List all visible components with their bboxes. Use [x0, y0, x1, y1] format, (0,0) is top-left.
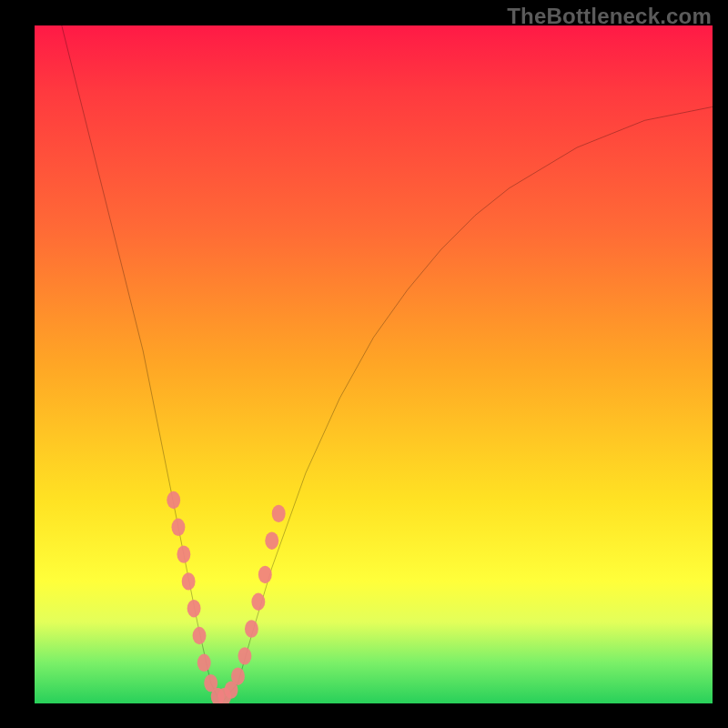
- marker-dot: [258, 566, 272, 583]
- marker-dot: [193, 627, 207, 644]
- plot-area: [35, 25, 713, 703]
- marker-dot: [182, 572, 196, 590]
- marker-dot: [272, 505, 286, 522]
- marker-dot: [197, 654, 211, 672]
- marker-dot: [177, 545, 190, 562]
- curve-path: [62, 25, 713, 703]
- highlight-points: [167, 491, 285, 703]
- marker-dot: [251, 593, 265, 611]
- marker-dot: [231, 668, 245, 685]
- marker-dot: [245, 620, 258, 637]
- marker-dot: [171, 519, 185, 536]
- curve-layer: [35, 25, 713, 703]
- watermark-text: TheBottleneck.com: [507, 4, 712, 29]
- marker-dot: [265, 532, 278, 550]
- chart-frame: TheBottleneck.com: [0, 0, 728, 728]
- marker-dot: [167, 491, 180, 509]
- bottleneck-curve: [62, 25, 713, 703]
- marker-dot: [187, 600, 201, 617]
- marker-dot: [238, 647, 252, 664]
